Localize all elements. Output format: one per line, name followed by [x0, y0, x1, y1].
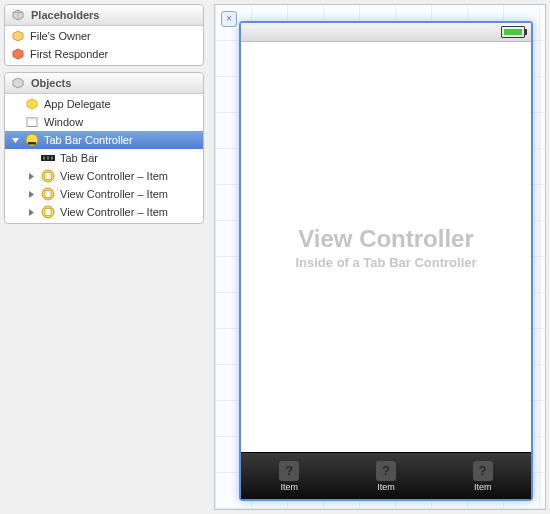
question-icon: ?	[279, 461, 299, 481]
svg-rect-11	[28, 142, 36, 145]
tab-bar-item[interactable]: ? Item	[241, 453, 338, 499]
cube-yellow-icon	[25, 97, 39, 111]
svg-marker-6	[27, 99, 37, 109]
disclosure-right-icon[interactable]	[27, 172, 36, 181]
row-label: File's Owner	[30, 30, 91, 42]
placeholders-header[interactable]: Placeholders	[5, 5, 203, 26]
device-frame[interactable]: View Controller Inside of a Tab Bar Cont…	[239, 21, 533, 501]
row-label: Window	[44, 116, 83, 128]
spacer	[27, 154, 36, 163]
document-outline: Placeholders File's Owner First Responde…	[4, 4, 204, 230]
placeholders-section: Placeholders File's Owner First Responde…	[4, 4, 204, 66]
tab-label: Item	[377, 482, 395, 492]
view-controller-icon	[41, 187, 55, 201]
svg-marker-3	[13, 31, 23, 41]
window-icon	[25, 115, 39, 129]
view-controller-icon	[41, 205, 55, 219]
cube-icon	[11, 76, 25, 90]
svg-rect-14	[47, 157, 49, 160]
row-label: Tab Bar	[60, 152, 98, 164]
object-view-controller-item[interactable]: View Controller – Item	[5, 185, 203, 203]
object-tab-bar[interactable]: Tab Bar	[5, 149, 203, 167]
svg-rect-18	[45, 173, 51, 180]
placeholder-title: View Controller	[298, 225, 474, 253]
placeholder-files-owner[interactable]: File's Owner	[5, 27, 203, 45]
section-title: Objects	[31, 77, 71, 89]
row-label: App Delegate	[44, 98, 111, 110]
disclosure-right-icon[interactable]	[27, 208, 36, 217]
tab-bar-item[interactable]: ? Item	[434, 453, 531, 499]
placeholder-subtitle: Inside of a Tab Bar Controller	[295, 255, 476, 270]
interface-builder-canvas[interactable]: × View Controller Inside of a Tab Bar Co…	[214, 4, 546, 510]
svg-rect-24	[45, 209, 51, 216]
object-view-controller-item[interactable]: View Controller – Item	[5, 167, 203, 185]
disclosure-right-icon[interactable]	[27, 190, 36, 199]
row-label: View Controller – Item	[60, 188, 168, 200]
question-icon: ?	[376, 461, 396, 481]
cube-icon	[11, 8, 25, 22]
tab-label: Item	[474, 482, 492, 492]
disclosure-down-icon[interactable]	[11, 136, 20, 145]
row-label: View Controller – Item	[60, 206, 168, 218]
section-title: Placeholders	[31, 9, 99, 21]
tab-bar-controller-icon	[25, 133, 39, 147]
objects-header[interactable]: Objects	[5, 73, 203, 94]
tab-bar-item[interactable]: ? Item	[338, 453, 435, 499]
objects-body: App Delegate Window Tab Bar Controller	[5, 94, 203, 223]
svg-marker-16	[29, 173, 34, 180]
status-bar	[241, 23, 531, 42]
cube-red-icon	[11, 47, 25, 61]
view-controller-icon	[41, 169, 55, 183]
svg-marker-22	[29, 209, 34, 216]
cube-orange-icon	[11, 29, 25, 43]
svg-rect-21	[45, 191, 51, 198]
row-label: View Controller – Item	[60, 170, 168, 182]
row-label: Tab Bar Controller	[44, 134, 133, 146]
tab-label: Item	[281, 482, 299, 492]
svg-marker-19	[29, 191, 34, 198]
svg-rect-15	[51, 157, 53, 160]
object-app-delegate[interactable]: App Delegate	[5, 95, 203, 113]
spacer	[11, 118, 20, 127]
svg-marker-5	[13, 78, 23, 88]
spacer	[11, 100, 20, 109]
placeholders-body: File's Owner First Responder	[5, 26, 203, 65]
placeholder-first-responder[interactable]: First Responder	[5, 45, 203, 63]
objects-section: Objects App Delegate Window	[4, 72, 204, 224]
view-controller-content: View Controller Inside of a Tab Bar Cont…	[241, 42, 531, 452]
svg-marker-9	[12, 138, 19, 143]
object-tab-bar-controller[interactable]: Tab Bar Controller	[5, 131, 203, 149]
object-view-controller-item[interactable]: View Controller – Item	[5, 203, 203, 221]
svg-rect-8	[27, 118, 37, 120]
close-button[interactable]: ×	[221, 11, 237, 27]
tab-bar: ? Item ? Item ? Item	[241, 452, 531, 499]
svg-marker-4	[13, 49, 23, 59]
question-icon: ?	[473, 461, 493, 481]
battery-icon	[501, 26, 525, 38]
object-window[interactable]: Window	[5, 113, 203, 131]
row-label: First Responder	[30, 48, 108, 60]
tab-bar-icon	[41, 151, 55, 165]
svg-rect-13	[43, 157, 45, 160]
